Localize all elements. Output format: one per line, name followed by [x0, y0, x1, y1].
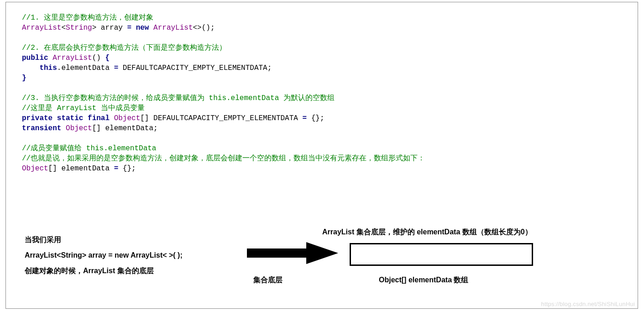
code-text: [48, 54, 53, 62]
code-text: [] elementData;: [92, 124, 158, 132]
diagram: 当我们采用 ArrayList<String> array = new Arra…: [22, 219, 620, 301]
diagram-right-bottom: Object[] elementData 数组: [379, 275, 468, 285]
arrow-label: 集合底层: [253, 275, 283, 285]
code-type: Object: [114, 114, 141, 122]
code-keyword: =: [114, 64, 119, 72]
diagram-right-title: ArrayList 集合底层，维护的 elementData 数组（数组长度为0…: [322, 227, 532, 237]
code-keyword: private static final: [22, 114, 110, 122]
code-comment: //1. 这里是空参数构造方法，创建对象: [22, 14, 153, 22]
code-type: ArrayList: [52, 54, 92, 62]
code-type: ArrayList: [153, 24, 193, 32]
code-keyword: new: [136, 24, 149, 32]
code-type: String: [66, 24, 92, 32]
code-text: [61, 124, 66, 132]
code-type: Object: [66, 124, 92, 132]
arrow-right-icon: [247, 239, 343, 267]
code-type: Object: [22, 164, 48, 173]
code-text: <: [61, 24, 66, 32]
code-text: [] elementData: [48, 164, 114, 173]
watermark: https://blog.csdn.net/ShiShiLunHui: [541, 301, 635, 307]
code-text: [22, 64, 39, 72]
code-keyword: {: [105, 54, 110, 62]
code-comment: //2. 在底层会执行空参数构造方法（下面是空参数构造方法）: [22, 44, 226, 52]
code-comment: //3. 当执行空参数构造方法的时候，给成员变量赋值为 this.element…: [22, 94, 335, 102]
code-text: {};: [307, 114, 324, 122]
code-text: .elementData: [57, 64, 114, 72]
code-keyword: transient: [22, 124, 61, 132]
code-text: <>();: [193, 24, 215, 32]
code-comment: //这里是 ArrayList 当中成员变量: [22, 104, 145, 112]
svg-marker-0: [247, 242, 338, 264]
code-comment: //成员变量赋值给 this.elementData: [22, 144, 156, 153]
empty-array-box: [350, 243, 533, 266]
diagram-left-text: 当我们采用 ArrayList<String> array = new Arra…: [25, 233, 183, 280]
code-keyword: =: [127, 24, 136, 32]
code-block: //1. 这里是空参数构造方法，创建对象 ArrayList<String> a…: [22, 13, 425, 174]
code-text: [149, 24, 153, 32]
code-text: {};: [118, 164, 136, 173]
code-text: [110, 114, 114, 122]
code-keyword: }: [22, 74, 26, 82]
code-keyword: =: [303, 114, 307, 122]
code-text: [] DEFAULTCAPACITY_EMPTY_ELEMENTDATA: [140, 114, 302, 122]
code-type: ArrayList: [22, 24, 61, 32]
diagram-left-line1: 当我们采用: [25, 233, 183, 247]
code-text: (): [92, 54, 105, 62]
code-comment: //也就是说，如果采用的是空参数构造方法，创建对象，底层会创建一个空的数组，数组…: [22, 154, 425, 163]
code-keyword: this: [39, 64, 57, 72]
code-text: DEFAULTCAPACITY_EMPTY_ELEMENTDATA;: [118, 64, 272, 72]
code-keyword: public: [22, 54, 48, 62]
diagram-left-line3: 创建对象的时候，ArrayList 集合的底层: [25, 264, 183, 278]
code-keyword: =: [114, 164, 119, 173]
code-text: > array: [92, 24, 127, 32]
diagram-left-line2: ArrayList<String> array = new ArrayList<…: [25, 249, 183, 262]
